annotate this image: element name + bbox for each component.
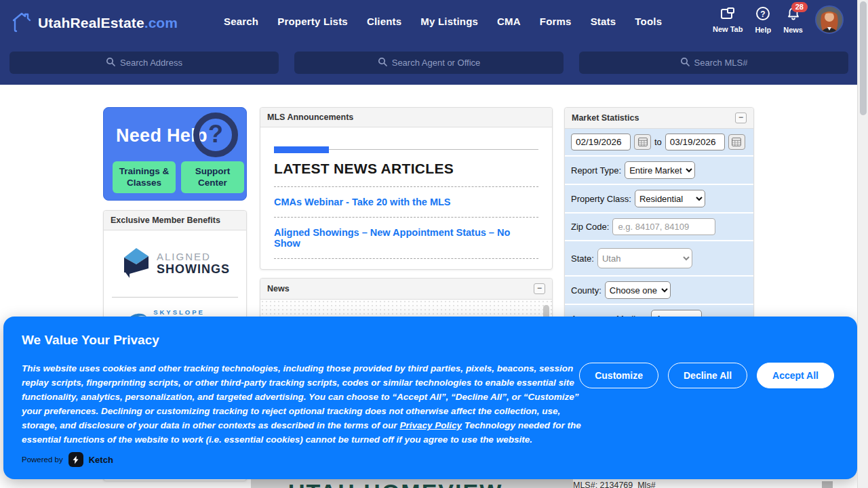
news-bell-icon: 28 [786, 6, 801, 24]
member-benefits-title: Exclusive Member Benefits [111, 216, 220, 225]
state-row: State: Utah [565, 241, 753, 277]
top-navigation-bar: UtahRealEstate.com Search Property Lists… [0, 0, 857, 85]
nav-search[interactable]: Search [224, 16, 258, 27]
dashed-divider [274, 258, 538, 259]
county-label: County: [571, 285, 601, 296]
date-to-input[interactable] [665, 134, 725, 150]
nav-cma[interactable]: CMA [497, 16, 521, 27]
svg-text:?: ? [761, 9, 766, 18]
market-statistics-header: Market Statistics − [565, 108, 753, 129]
ketch-brand-label: Ketch [89, 455, 113, 465]
news-label: News [783, 26, 803, 34]
date-from-input[interactable] [571, 134, 631, 150]
accept-all-button[interactable]: Accept All [757, 363, 834, 388]
privacy-policy-link[interactable]: Privacy Policy [399, 420, 462, 430]
search-address-field[interactable]: Search Address [9, 52, 279, 74]
mls-announcements-header: MLS Announcements [260, 108, 552, 127]
new-tab-label: New Tab [713, 25, 743, 33]
county-select[interactable]: Choose one [605, 281, 671, 299]
date-separator: to [654, 137, 662, 147]
search-icon [106, 57, 115, 68]
privacy-body: This website uses cookies and other trac… [22, 361, 597, 447]
zip-code-input[interactable] [612, 218, 715, 235]
page: UtahRealEstate.com Search Property Lists… [0, 0, 868, 488]
new-tab-button[interactable]: New Tab [713, 7, 743, 33]
ketch-logo-icon[interactable] [68, 452, 83, 467]
stats-collapse-button[interactable]: − [735, 113, 747, 123]
logo-suffix: .com [144, 15, 178, 30]
clipped-heading-partial: UTAH HOMEVIEW [288, 479, 502, 488]
nav-property-lists[interactable]: Property Lists [277, 16, 348, 27]
state-label: State: [571, 253, 594, 264]
news-button[interactable]: 28 News [783, 6, 803, 34]
zip-code-row: Zip Code: [565, 214, 753, 241]
new-tab-icon [720, 7, 735, 23]
trainings-classes-button[interactable]: Trainings & Classes [113, 161, 176, 193]
user-avatar[interactable] [815, 5, 844, 34]
nav-clients[interactable]: Clients [367, 16, 401, 27]
nav-my-listings[interactable]: My Listings [420, 16, 478, 27]
help-label: Help [755, 26, 771, 34]
mls-announcements-title: MLS Announcements [267, 113, 353, 122]
decline-all-button[interactable]: Decline All [668, 363, 747, 388]
house-logo-icon [9, 11, 34, 35]
powered-by-row: Powered by Ketch [22, 452, 113, 467]
showings-text: SHOWINGS [157, 262, 230, 277]
dashed-divider [274, 217, 538, 218]
news-collapse-button[interactable]: − [534, 283, 545, 294]
calendar-icon[interactable] [634, 134, 651, 150]
search-mls-placeholder: Search MLS# [694, 58, 748, 68]
article-link-cmas-webinar[interactable]: CMAs Webinar - Take 20 with the MLS [274, 197, 538, 207]
question-mark-icon: ? [193, 113, 238, 157]
mls-announcements-panel: MLS Announcements LATEST NEWS ARTICLES C… [260, 107, 553, 270]
county-row: County: Choose one [565, 277, 753, 305]
support-center-button[interactable]: Support Center [181, 161, 244, 193]
report-type-row: Report Type: Entire Market [565, 157, 753, 185]
main-nav: Search Property Lists Clients My Listing… [224, 0, 662, 42]
calendar-icon[interactable] [728, 134, 745, 150]
skyslope-text: SKYSLOPE [153, 308, 222, 316]
aligned-showings-icon [120, 245, 151, 282]
privacy-title: We Value Your Privacy [22, 333, 159, 348]
cookie-consent-banner: We Value Your Privacy This website uses … [3, 317, 857, 479]
privacy-buttons: Customize Decline All Accept All [579, 363, 834, 388]
property-class-row: Property Class: Residential [565, 185, 753, 214]
clipped-mls-text: MLS#: 2134769 Mls# [573, 481, 656, 488]
state-select[interactable]: Utah [597, 248, 692, 268]
search-agent-placeholder: Search Agent or Office [392, 58, 481, 68]
customize-button[interactable]: Customize [579, 363, 658, 388]
market-statistics-title: Market Statistics [572, 113, 639, 123]
help-icon: ? [755, 6, 770, 24]
report-type-select[interactable]: Entire Market [625, 161, 695, 179]
help-button[interactable]: ? Help [755, 6, 771, 34]
article-link-aligned-showings[interactable]: Aligned Showings – New Appointment Statu… [274, 227, 538, 249]
nav-stats[interactable]: Stats [591, 16, 616, 27]
page-scrollbar-thumb[interactable] [860, 1, 867, 115]
zip-code-label: Zip Code: [571, 222, 609, 232]
header-actions: New Tab ? Help 28 [713, 5, 844, 34]
report-type-label: Report Type: [571, 165, 621, 176]
clipped-ui-fragment [822, 481, 833, 488]
property-class-label: Property Class: [571, 194, 631, 204]
news-title: News [267, 284, 290, 293]
latest-news-heading: LATEST NEWS ARTICLES [274, 161, 538, 177]
nav-tools[interactable]: Tools [635, 16, 662, 27]
search-mls-field[interactable]: Search MLS# [579, 52, 848, 74]
property-class-select[interactable]: Residential [635, 190, 705, 207]
site-logo[interactable]: UtahRealEstate.com [9, 11, 178, 35]
accent-bar [274, 146, 329, 153]
nav-forms[interactable]: Forms [540, 16, 572, 27]
dashed-divider [274, 186, 538, 187]
page-scrollbar-track [857, 0, 868, 488]
powered-by-label: Powered by [22, 455, 63, 464]
logo-text: UtahRealEstate [38, 15, 144, 30]
accent-rule [274, 149, 538, 150]
search-agent-office-field[interactable]: Search Agent or Office [294, 52, 564, 74]
search-icon [378, 57, 387, 68]
aligned-showings-logo[interactable]: ALIGNED SHOWINGS [104, 230, 246, 297]
search-icon [680, 57, 690, 68]
clipped-section-background: UTAH HOMEVIEW [251, 478, 573, 488]
news-badge: 28 [791, 2, 808, 12]
aligned-text: ALIGNED [157, 251, 230, 262]
member-benefits-header: Exclusive Member Benefits [104, 211, 246, 230]
